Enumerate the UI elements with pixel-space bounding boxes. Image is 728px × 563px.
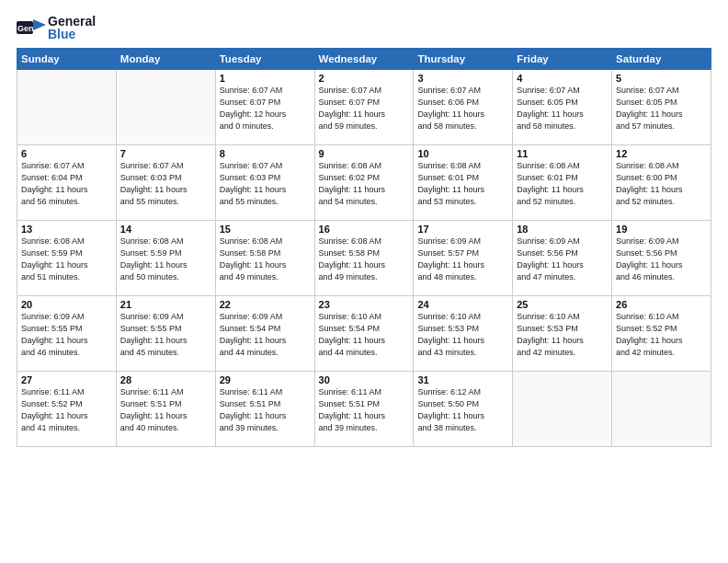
calendar-header-tuesday: Tuesday <box>215 49 314 70</box>
day-info: Sunrise: 6:09 AMSunset: 5:55 PMDaylight:… <box>120 311 211 359</box>
day-number: 8 <box>220 148 311 159</box>
calendar-cell: 14Sunrise: 6:08 AMSunset: 5:59 PMDayligh… <box>116 221 215 296</box>
calendar-cell: 27Sunrise: 6:11 AMSunset: 5:52 PMDayligh… <box>17 372 117 447</box>
calendar-cell: 4Sunrise: 6:07 AMSunset: 6:05 PMDaylight… <box>513 70 612 145</box>
calendar-cell: 7Sunrise: 6:07 AMSunset: 6:03 PMDaylight… <box>116 145 215 221</box>
calendar-cell: 15Sunrise: 6:08 AMSunset: 5:58 PMDayligh… <box>215 221 314 296</box>
day-number: 21 <box>120 299 211 310</box>
calendar-cell: 1Sunrise: 6:07 AMSunset: 6:07 PMDaylight… <box>215 70 314 145</box>
day-info: Sunrise: 6:08 AMSunset: 6:00 PMDaylight:… <box>616 160 707 208</box>
calendar-header-wednesday: Wednesday <box>314 49 414 70</box>
day-info: Sunrise: 6:09 AMSunset: 5:57 PMDaylight:… <box>417 236 508 283</box>
day-info: Sunrise: 6:11 AMSunset: 5:51 PMDaylight:… <box>120 386 211 434</box>
day-number: 14 <box>120 224 211 235</box>
day-number: 11 <box>517 148 608 159</box>
day-number: 15 <box>220 224 311 235</box>
day-info: Sunrise: 6:09 AMSunset: 5:55 PMDaylight:… <box>21 311 112 359</box>
calendar-cell: 5Sunrise: 6:07 AMSunset: 6:05 PMDaylight… <box>612 70 711 145</box>
logo-icon: Gen <box>17 17 46 38</box>
calendar-cell: 21Sunrise: 6:09 AMSunset: 5:55 PMDayligh… <box>116 296 215 372</box>
calendar-cell: 13Sunrise: 6:08 AMSunset: 5:59 PMDayligh… <box>17 221 117 296</box>
calendar-week-2: 13Sunrise: 6:08 AMSunset: 5:59 PMDayligh… <box>17 221 711 296</box>
day-number: 13 <box>21 224 112 235</box>
day-info: Sunrise: 6:10 AMSunset: 5:53 PMDaylight:… <box>417 311 508 359</box>
calendar-header-monday: Monday <box>116 49 215 70</box>
day-number: 16 <box>319 224 410 235</box>
day-info: Sunrise: 6:10 AMSunset: 5:54 PMDaylight:… <box>319 311 410 359</box>
day-info: Sunrise: 6:07 AMSunset: 6:03 PMDaylight:… <box>120 160 211 208</box>
calendar-cell: 28Sunrise: 6:11 AMSunset: 5:51 PMDayligh… <box>116 372 215 447</box>
calendar-cell: 2Sunrise: 6:07 AMSunset: 6:07 PMDaylight… <box>314 70 414 145</box>
calendar-header-row: SundayMondayTuesdayWednesdayThursdayFrid… <box>17 49 711 70</box>
calendar-week-3: 20Sunrise: 6:09 AMSunset: 5:55 PMDayligh… <box>17 296 711 372</box>
calendar-cell: 17Sunrise: 6:09 AMSunset: 5:57 PMDayligh… <box>414 221 513 296</box>
day-info: Sunrise: 6:07 AMSunset: 6:03 PMDaylight:… <box>220 160 311 208</box>
day-info: Sunrise: 6:07 AMSunset: 6:07 PMDaylight:… <box>319 85 410 132</box>
day-info: Sunrise: 6:09 AMSunset: 5:56 PMDaylight:… <box>517 236 608 283</box>
calendar-cell: 24Sunrise: 6:10 AMSunset: 5:53 PMDayligh… <box>414 296 513 372</box>
day-number: 9 <box>319 148 410 159</box>
day-number: 7 <box>120 148 211 159</box>
day-number: 19 <box>616 224 707 235</box>
calendar-cell: 9Sunrise: 6:08 AMSunset: 6:02 PMDaylight… <box>314 145 414 221</box>
day-number: 17 <box>417 224 508 235</box>
calendar-cell: 18Sunrise: 6:09 AMSunset: 5:56 PMDayligh… <box>513 221 612 296</box>
calendar-cell <box>116 70 215 145</box>
calendar-cell: 19Sunrise: 6:09 AMSunset: 5:56 PMDayligh… <box>612 221 711 296</box>
day-info: Sunrise: 6:07 AMSunset: 6:06 PMDaylight:… <box>417 85 508 132</box>
day-number: 3 <box>417 73 508 84</box>
day-number: 31 <box>417 374 508 385</box>
calendar-cell <box>513 372 612 447</box>
day-info: Sunrise: 6:07 AMSunset: 6:05 PMDaylight:… <box>616 85 707 132</box>
day-number: 29 <box>220 374 311 385</box>
day-number: 22 <box>220 299 311 310</box>
calendar-week-0: 1Sunrise: 6:07 AMSunset: 6:07 PMDaylight… <box>17 70 711 145</box>
calendar-cell: 10Sunrise: 6:08 AMSunset: 6:01 PMDayligh… <box>414 145 513 221</box>
day-info: Sunrise: 6:07 AMSunset: 6:05 PMDaylight:… <box>517 85 608 132</box>
day-info: Sunrise: 6:08 AMSunset: 5:58 PMDaylight:… <box>319 236 410 283</box>
calendar-cell <box>17 70 117 145</box>
day-number: 30 <box>319 374 410 385</box>
day-info: Sunrise: 6:10 AMSunset: 5:52 PMDaylight:… <box>616 311 707 359</box>
day-info: Sunrise: 6:09 AMSunset: 5:54 PMDaylight:… <box>220 311 311 359</box>
day-info: Sunrise: 6:12 AMSunset: 5:50 PMDaylight:… <box>417 386 508 434</box>
calendar-cell <box>612 372 711 447</box>
day-number: 24 <box>417 299 508 310</box>
day-number: 28 <box>120 374 211 385</box>
day-number: 1 <box>220 73 311 84</box>
day-info: Sunrise: 6:10 AMSunset: 5:53 PMDaylight:… <box>517 311 608 359</box>
day-number: 20 <box>21 299 112 310</box>
calendar-week-4: 27Sunrise: 6:11 AMSunset: 5:52 PMDayligh… <box>17 372 711 447</box>
logo: Gen General Blue <box>17 15 96 40</box>
day-info: Sunrise: 6:08 AMSunset: 6:01 PMDaylight:… <box>517 160 608 208</box>
header: Gen General Blue <box>17 15 711 40</box>
calendar-cell: 30Sunrise: 6:11 AMSunset: 5:51 PMDayligh… <box>314 372 414 447</box>
calendar-cell: 26Sunrise: 6:10 AMSunset: 5:52 PMDayligh… <box>612 296 711 372</box>
day-info: Sunrise: 6:09 AMSunset: 5:56 PMDaylight:… <box>616 236 707 283</box>
day-number: 6 <box>21 148 112 159</box>
day-number: 5 <box>616 73 707 84</box>
calendar-cell: 20Sunrise: 6:09 AMSunset: 5:55 PMDayligh… <box>17 296 117 372</box>
calendar-cell: 8Sunrise: 6:07 AMSunset: 6:03 PMDaylight… <box>215 145 314 221</box>
day-info: Sunrise: 6:08 AMSunset: 6:02 PMDaylight:… <box>319 160 410 208</box>
day-number: 2 <box>319 73 410 84</box>
day-number: 27 <box>21 374 112 385</box>
calendar-cell: 22Sunrise: 6:09 AMSunset: 5:54 PMDayligh… <box>215 296 314 372</box>
day-info: Sunrise: 6:08 AMSunset: 6:01 PMDaylight:… <box>417 160 508 208</box>
calendar-header-thursday: Thursday <box>414 49 513 70</box>
day-info: Sunrise: 6:08 AMSunset: 5:59 PMDaylight:… <box>120 236 211 283</box>
calendar-header-saturday: Saturday <box>612 49 711 70</box>
calendar-cell: 23Sunrise: 6:10 AMSunset: 5:54 PMDayligh… <box>314 296 414 372</box>
calendar-cell: 12Sunrise: 6:08 AMSunset: 6:00 PMDayligh… <box>612 145 711 221</box>
day-info: Sunrise: 6:08 AMSunset: 5:59 PMDaylight:… <box>21 236 112 283</box>
day-info: Sunrise: 6:07 AMSunset: 6:04 PMDaylight:… <box>21 160 112 208</box>
day-number: 26 <box>616 299 707 310</box>
day-number: 18 <box>517 224 608 235</box>
day-info: Sunrise: 6:11 AMSunset: 5:52 PMDaylight:… <box>21 386 112 434</box>
calendar-cell: 31Sunrise: 6:12 AMSunset: 5:50 PMDayligh… <box>414 372 513 447</box>
calendar-cell: 25Sunrise: 6:10 AMSunset: 5:53 PMDayligh… <box>513 296 612 372</box>
calendar-cell: 29Sunrise: 6:11 AMSunset: 5:51 PMDayligh… <box>215 372 314 447</box>
day-info: Sunrise: 6:07 AMSunset: 6:07 PMDaylight:… <box>220 85 311 132</box>
day-info: Sunrise: 6:08 AMSunset: 5:58 PMDaylight:… <box>220 236 311 283</box>
calendar-header-friday: Friday <box>513 49 612 70</box>
